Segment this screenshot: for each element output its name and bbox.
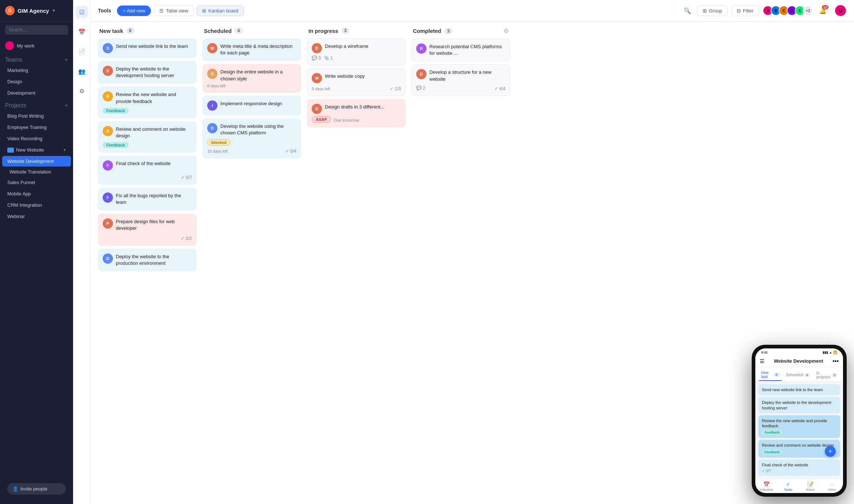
sidebar-item-design[interactable]: Design [2,76,71,87]
kanban-icon: ⊞ [202,8,206,14]
sidebar-item-video[interactable]: Video Recording [2,133,71,144]
phone-card-5-check: ✓ 0/7 [762,469,836,473]
phone-card-4-badge: Feedback [762,450,782,455]
card-1-avatar: S [103,43,113,53]
card-11[interactable]: I Implement responsive design [202,96,301,115]
phone-more-icon[interactable]: ••• [832,358,839,364]
toolbar: Tools + Add new ☰ Table view ⊞ Kanban bo… [91,0,854,22]
card-13-attachments: 📎 1 [324,56,333,61]
teams-section-header: Teams + [0,53,73,65]
avatars-extra: +3 [803,5,813,16]
nav-settings-icon[interactable]: ⚙ [76,85,88,97]
card-1[interactable]: S Send new website link to the team [98,38,197,58]
card-12[interactable]: D Develop the website using the chosen C… [202,118,301,159]
card-7[interactable]: P Prepare design files for web developer… [98,214,197,246]
phone-card-2[interactable]: Deploy the website to the development ho… [758,397,840,413]
filter-button[interactable]: ⊟ Filter [731,5,759,16]
card-3-title: Review the new website and provide feedb… [116,91,192,104]
card-17-comments: 💬 2 [416,85,425,91]
card-2[interactable]: D Deploy the website to the development … [98,61,197,84]
phone-fab-button[interactable]: + [825,446,836,457]
sidebar-logo[interactable]: G GIM Agency ▾ [0,0,73,22]
card-16[interactable]: R Research potential CMS platforms for w… [411,39,510,61]
sidebar-item-website-development[interactable]: Website Development [2,156,71,167]
phone-tab-scheduled[interactable]: Scheduled 4 [784,369,812,381]
phone-nav-notes-label: Notes [806,488,815,492]
projects-add-icon[interactable]: + [65,102,68,109]
card-9-title: Write meta title & meta description for … [220,43,296,56]
card-4[interactable]: R Review and comment on website design F… [98,121,197,153]
card-15-avatar: D [312,104,322,114]
card-15[interactable]: D Design drafts in 3 different... ASAP D… [307,99,406,127]
phone-nav-notes[interactable]: 📝 Notes [799,481,821,492]
nav-doc-icon[interactable]: 📄 [76,45,88,58]
card-14[interactable]: W Write website copy 3 days left ✓ 1/3 [307,68,406,96]
search-input[interactable] [5,25,68,35]
card-7-check: ✓ 0/2 [181,236,192,241]
card-10[interactable]: D Design the entire website in a chosen … [202,64,301,92]
table-icon: ☰ [159,8,164,14]
filter-icon: ⊟ [737,8,741,14]
sidebar-item-crm[interactable]: CRM Integration [2,200,71,210]
sidebar-item-website-translation[interactable]: Website Translation [2,167,71,176]
card-10-avatar: D [207,69,217,79]
phone-nav-tasks[interactable]: ✓ Tasks [777,481,799,492]
current-user-avatar[interactable]: U [834,4,847,17]
sidebar-item-newwebsite[interactable]: New Website ▾ [2,145,71,155]
sidebar-item-development[interactable]: Development [2,88,71,98]
card-6-avatar: F [103,192,113,203]
toolbar-right: 🔍 ⊞ Group ⊟ Filter A B C D E +3 🔔 12 U [681,4,847,17]
card-13[interactable]: D Develop a wireframe 💬 3 📎 1 [307,38,406,65]
invite-people-button[interactable]: 👤 Invite people [7,483,66,495]
card-17[interactable]: D Develop a structure for a new website … [411,64,510,96]
phone-header: ☰ Website Development ••• [755,355,843,367]
phone-card-1[interactable]: Send new website link to the team [758,384,840,395]
projects-section-header: Projects + [0,99,73,110]
my-work-item[interactable]: My work [0,38,73,53]
card-9[interactable]: W Write meta title & meta description fo… [202,38,301,61]
column-in-progress: In progress 3 D Develop a wireframe 💬 3 … [307,27,406,498]
sidebar-item-sales[interactable]: Sales Funnel [2,177,71,188]
phone-menu-icon[interactable]: ☰ [760,358,764,364]
phone-nav-more[interactable]: ··· More [821,481,843,492]
teams-add-icon[interactable]: + [65,57,68,63]
sidebar-item-marketing[interactable]: Marketing [2,65,71,76]
phone-card-5[interactable]: Final check of the website ✓ 0/7 [758,459,840,476]
card-3[interactable]: R Review the new website and provide fee… [98,87,197,118]
sidebar-item-mobile[interactable]: Mobile App [2,188,71,199]
completed-settings-icon[interactable]: ⚙ [504,27,509,34]
card-7-title: Prepare design files for web developer [116,218,192,232]
kanban-view-button[interactable]: ⊞ Kanban board [197,5,244,16]
add-new-button[interactable]: + Add new [117,5,151,16]
nav-calendar-icon[interactable]: 📅 [76,26,88,38]
mobile-phone: 9:41 ▮▮▮ ▲ 📶 ☰ Website Development ••• N… [752,345,847,497]
phone-tasks-icon: ✓ [786,481,790,487]
card-11-title: Implement responsive design [220,100,296,107]
phone-card-3[interactable]: Review the new website and provide feedb… [758,415,840,438]
group-button[interactable]: ⊞ Group [697,5,728,16]
phone-nav-schedule[interactable]: 📅 Schedule [755,481,777,492]
card-8[interactable]: D Deploy the website to the production e… [98,249,197,271]
table-view-button[interactable]: ☰ Table view [154,5,194,16]
card-14-check: ✓ 1/3 [390,86,401,91]
col-header-completed: Completed 3 ⚙ [411,27,510,34]
sidebar-search-area [0,22,73,38]
phone-tab-new-task[interactable]: New task 8 [759,369,782,381]
phone-tab-in-progress[interactable]: In progress 3 [814,369,839,381]
card-6[interactable]: F Fix all the bugs reported by the team [98,188,197,210]
search-button[interactable]: 🔍 [681,4,694,17]
nav-people-icon[interactable]: 👥 [76,65,88,77]
sidebar-item-employee[interactable]: Employee Training [2,122,71,133]
sidebar-item-webinar[interactable]: Webinar [2,211,71,222]
card-5[interactable]: F Final check of the website ✓ 0/7 [98,156,197,185]
card-12-title: Develop the website using the chosen CMS… [220,123,296,136]
card-15-title: Design drafts in 3 different... [325,104,401,110]
card-17-title: Develop a structure for a new website [429,69,505,82]
notifications-button[interactable]: 🔔 12 [817,4,829,17]
user-avatars: A B C D E +3 [763,5,813,16]
phone-tab-scheduled-label: Scheduled [786,373,803,377]
card-12-avatar: D [207,123,217,133]
col-title-new-task: New task [99,28,123,34]
nav-tasks-icon[interactable]: ☑ [76,6,88,18]
sidebar-item-blog[interactable]: Blog Post Writing [2,111,71,121]
